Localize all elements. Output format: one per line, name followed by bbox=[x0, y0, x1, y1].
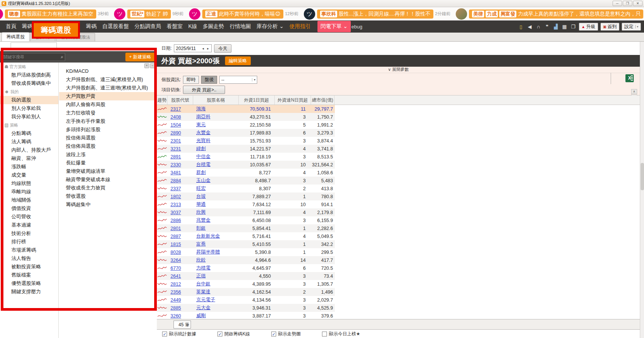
sidebar-item[interactable]: 乖離均線 bbox=[0, 188, 58, 196]
stock-name-link[interactable]: 台新新光金 bbox=[193, 233, 239, 239]
stock-code-link[interactable]: 2887 bbox=[167, 234, 193, 239]
today-button[interactable]: 今天 bbox=[214, 44, 231, 53]
nav-item-行情地圖[interactable]: 行情地圖 bbox=[230, 23, 251, 30]
stock-code-link[interactable]: 3264 bbox=[167, 258, 193, 263]
stock-code-link[interactable]: 2801 bbox=[167, 226, 193, 231]
column-header-總市值(億)[interactable]: 總市值(億) bbox=[311, 95, 335, 105]
sidebar-item[interactable]: 漲跌幅 bbox=[0, 163, 58, 171]
stock-code-link[interactable]: 1815 bbox=[167, 242, 193, 247]
table-row[interactable]: 2449 京元電子 4,134.56 3 2,029.7 bbox=[157, 296, 335, 304]
strategy-list-item[interactable]: 量增突破周線清單 bbox=[59, 167, 156, 175]
sidebar-item[interactable]: 我的選股 bbox=[0, 96, 58, 104]
table-row[interactable]: 3231 緯創 14,221.57 4 3,741.8 bbox=[157, 145, 335, 153]
table-row[interactable]: 1815 富喬 5,410.55 1 342.2 bbox=[157, 240, 335, 248]
stock-name-link[interactable]: 京元電子 bbox=[193, 297, 239, 303]
ticker-message[interactable]: ツ 世紀*勃起了 帥 9秒前 bbox=[114, 8, 183, 20]
stock-name-link[interactable]: 富喬 bbox=[193, 241, 239, 247]
stock-name-link[interactable]: 永豐金 bbox=[193, 130, 239, 136]
keyword-search-input[interactable]: 關鍵字搜尋 ⌕ bbox=[2, 53, 65, 61]
stock-name-link[interactable]: 台玻 bbox=[193, 193, 239, 200]
table-row[interactable]: 6770 力積電 4,645.97 6 720.5 bbox=[157, 264, 335, 272]
display-option[interactable]: 顯示今日上榜★ bbox=[322, 331, 360, 337]
strategy-list-item[interactable]: 投信佈局選股 bbox=[59, 142, 156, 150]
table-row[interactable]: 2891 中信金 11,718.19 3 8,513.5 bbox=[157, 153, 335, 161]
table-row[interactable]: 2301 光寶科 15,751.93 3 3,874.4 bbox=[157, 137, 335, 145]
ticker-message[interactable]: 美律力成興富發力成早上真的差點漲停了，還填息填息是意料之內，只是沒 bbox=[456, 8, 644, 20]
stock-name-link[interactable]: 華通 bbox=[193, 201, 239, 208]
table-row[interactable]: 3264 欣銓 4,964.6 14 417.7 bbox=[157, 256, 335, 264]
checkbox[interactable] bbox=[322, 332, 327, 336]
scrollbar-thumb[interactable] bbox=[641, 163, 644, 190]
qr-screen-icon[interactable]: ▦ bbox=[561, 24, 568, 30]
table-row[interactable]: 2886 兆豐金 6,450.08 3 6,155.9 bbox=[157, 216, 335, 224]
stock-code-link[interactable]: 2356 bbox=[167, 289, 193, 295]
tree-section-header[interactable]: ▾ ☗ 官方策略 bbox=[0, 63, 58, 71]
table-row[interactable]: 3037 欣興 7,111.69 4 2,179.8 bbox=[157, 208, 335, 216]
ticker-message[interactable]: ツ 聰泰糞股跟莊主力有種拉上來再加空 3秒前 bbox=[0, 8, 109, 20]
checkbox[interactable]: ✓ bbox=[271, 332, 276, 336]
sidebar-item[interactable]: 成交量 bbox=[0, 171, 58, 179]
stock-code-link[interactable]: 6770 bbox=[167, 266, 193, 271]
stock-name-link[interactable]: 緯創 bbox=[193, 146, 239, 152]
stock-code-link[interactable]: 1504 bbox=[167, 122, 193, 128]
stock-name-link[interactable]: 台積電 bbox=[193, 161, 239, 168]
settings-dropdown-arrow[interactable]: ▾ bbox=[635, 25, 638, 28]
strategy-list-item[interactable]: 大戶持股創高、連三週增(累積登入用) bbox=[59, 84, 156, 92]
ticker-message[interactable]: ツ 正達此時不賣等待何時，嘻嘻😊 12秒前 bbox=[189, 8, 299, 20]
strategy-list-item[interactable]: 內部人偷偷布局股 bbox=[59, 100, 156, 109]
nav-item-首頁[interactable]: 首頁 bbox=[6, 23, 16, 30]
table-row[interactable]: 1504 東元 22,150.58 5 1,991.2 bbox=[157, 121, 335, 129]
strategy-list-item[interactable]: 左手換右手作量股 bbox=[59, 117, 156, 125]
table-row[interactable]: 3481 群創 8,727 4 1,058.6 bbox=[157, 169, 335, 177]
expand-params-toggle[interactable]: ∨ 展開參數 bbox=[157, 67, 640, 73]
display-option[interactable]: ✓ 開啟籌碼K線 bbox=[217, 331, 250, 337]
upgrade-button[interactable]: ▲升級 bbox=[579, 23, 598, 31]
close-button[interactable]: ✕ bbox=[633, 1, 642, 6]
stock-code-link[interactable]: 2408 bbox=[167, 114, 193, 120]
sidebar-item[interactable]: 優勢選股策略 bbox=[0, 279, 58, 288]
stock-code-link[interactable]: 3481 bbox=[167, 170, 193, 175]
strategy-list-item[interactable]: 營收選股 bbox=[59, 192, 156, 200]
stock-code-link[interactable]: 2313 bbox=[167, 202, 193, 207]
nav-item-分點調查局[interactable]: 分點調查局 bbox=[134, 23, 161, 30]
stock-name-link[interactable]: 欣銓 bbox=[193, 257, 239, 263]
checkin-button[interactable]: ▣簽到 bbox=[600, 23, 619, 31]
sidebar-item[interactable]: 別人分享給我 bbox=[0, 104, 58, 113]
display-option[interactable]: ✓ 顯示統計數據 bbox=[162, 331, 196, 337]
stock-name-link[interactable]: 光寶科 bbox=[193, 138, 239, 144]
stock-name-link[interactable]: 台中銀 bbox=[193, 281, 239, 287]
sidebar-item[interactable]: 公司營收 bbox=[0, 213, 58, 221]
strategy-list-item[interactable]: 投信佈局選股 bbox=[59, 134, 156, 142]
display-option[interactable]: ✓ 顯示走勢圖 bbox=[271, 331, 301, 337]
stock-code-link[interactable]: 2449 bbox=[167, 297, 193, 303]
nav-item-籌碼[interactable]: 籌碼 bbox=[86, 23, 97, 30]
stock-code-link[interactable]: 2891 bbox=[167, 154, 193, 160]
search-input-top[interactable] bbox=[11, 42, 57, 50]
strategy-list-item[interactable]: 主力狂收噴發 bbox=[59, 109, 156, 117]
table-row[interactable]: 2890 永豐金 17,989.83 6 3,279.3 bbox=[157, 129, 335, 137]
nav-item-籌碼[interactable]: 籌碼 bbox=[22, 23, 33, 30]
date-input[interactable]: 2025/9/11 ◂ ▸ bbox=[174, 44, 212, 52]
flash-order-button[interactable]: 閃電下單 ⌄ bbox=[317, 21, 351, 32]
sidebar-item[interactable]: 內部人、持股大戶 bbox=[0, 146, 58, 154]
sidebar-item[interactable]: 被動投資策略 bbox=[0, 263, 58, 271]
date-spin-arrows[interactable]: ◂ ▸ bbox=[202, 47, 210, 50]
table-row[interactable]: 2884 玉山金 8,498.7 3 5,483 bbox=[157, 177, 335, 185]
new-strategy-button[interactable]: + 新建策略 bbox=[125, 53, 155, 61]
afterhours-toggle[interactable]: 盤後 bbox=[201, 76, 217, 84]
nav-item-K線[interactable]: K線 bbox=[188, 23, 197, 30]
sidebar-item[interactable]: 營收成長籌碼集中 bbox=[0, 79, 58, 88]
stock-name-link[interactable]: 欣興 bbox=[193, 209, 239, 216]
stock-code-link[interactable]: 2317 bbox=[167, 106, 193, 112]
bar-chart-icon[interactable]: ▟ bbox=[553, 24, 559, 30]
table-row[interactable]: 2317 鴻海 70,509.31 11 29,797.7 bbox=[157, 105, 335, 113]
font-decrease-button[interactable]: − bbox=[150, 63, 155, 68]
table-row[interactable]: 8028 昇陽半導體 5,390.8 1 299.5 bbox=[157, 248, 335, 256]
table-row[interactable]: 2313 華通 7,634.12 10 914.1 bbox=[157, 200, 335, 208]
table-row[interactable]: 3260 威剛 3,887.17 3 379.6 bbox=[157, 312, 335, 319]
stock-code-link[interactable]: 1802 bbox=[167, 194, 193, 199]
edit-strategy-button[interactable]: 編輯策略 bbox=[225, 56, 251, 65]
strategy-list-item[interactable]: 大戶持股創低、連三減(累積登入用) bbox=[59, 75, 156, 84]
table-row[interactable]: 2337 旺宏 8,307 2 413.8 bbox=[157, 185, 335, 192]
sidebar-item[interactable]: 我分享給別人 bbox=[0, 113, 58, 121]
